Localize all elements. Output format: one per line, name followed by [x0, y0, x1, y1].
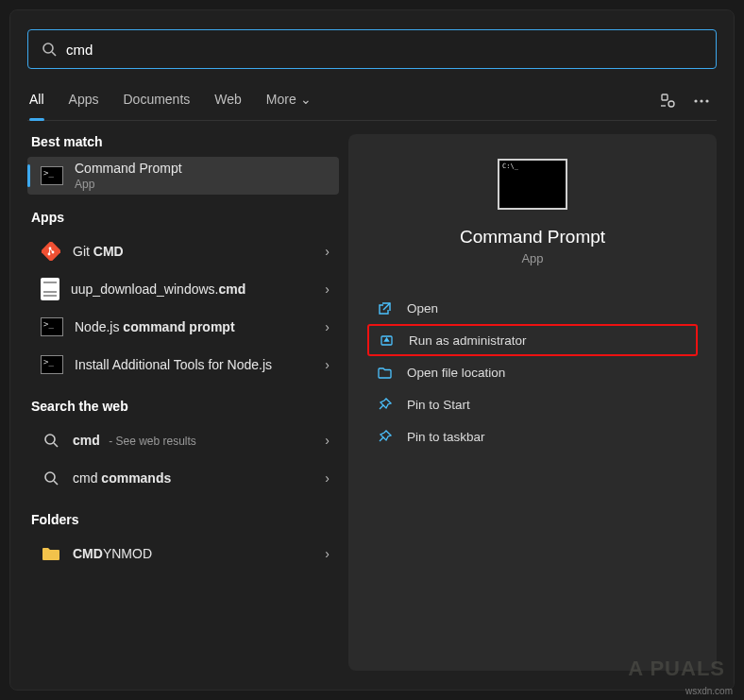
svg-rect-2 — [662, 94, 668, 100]
action-label: Open file location — [407, 366, 505, 380]
tab-apps[interactable]: Apps — [69, 88, 99, 114]
result-label: cmd - See web results — [73, 433, 196, 448]
results-pane: Best match Command Prompt App Apps Git C… — [27, 134, 348, 671]
app-type: App — [521, 251, 543, 265]
result-git-cmd[interactable]: Git CMD › — [27, 232, 339, 270]
result-label: Node.js command prompt — [75, 319, 235, 334]
action-pin-to-start[interactable]: Pin to Start — [367, 388, 698, 420]
chevron-right-icon: › — [325, 319, 330, 334]
svg-point-3 — [668, 101, 674, 107]
pin-icon — [375, 427, 394, 446]
result-nodejs-cmd[interactable]: Node.js command prompt › — [27, 308, 339, 346]
svg-line-17 — [54, 481, 58, 485]
folder-icon — [41, 543, 61, 564]
git-icon — [41, 241, 61, 262]
details-pane: Command Prompt App Open Run as administr… — [348, 134, 717, 671]
chevron-right-icon: › — [325, 546, 330, 561]
heading-folders: Folders — [31, 512, 335, 527]
tab-all[interactable]: All — [29, 88, 44, 114]
cmd-icon — [41, 317, 63, 336]
result-label: cmd commands — [73, 470, 171, 486]
svg-line-15 — [54, 443, 58, 447]
result-uup-download[interactable]: uup_download_windows.cmd › — [27, 270, 339, 308]
result-label: uup_download_windows.cmd — [71, 282, 245, 297]
action-run-as-administrator[interactable]: Run as administrator — [367, 324, 698, 356]
action-open-file-location[interactable]: Open file location — [367, 356, 698, 388]
action-label: Pin to Start — [407, 398, 470, 412]
heading-web: Search the web — [31, 399, 335, 414]
action-open[interactable]: Open — [367, 292, 698, 324]
result-label: Install Additional Tools for Node.js — [75, 357, 272, 372]
result-subtitle: App — [75, 178, 182, 191]
more-options-icon[interactable] — [688, 88, 715, 114]
action-pin-to-taskbar[interactable]: Pin to taskbar — [367, 420, 698, 452]
search-box[interactable] — [27, 29, 717, 69]
tab-more[interactable]: More ⌄ — [266, 88, 312, 114]
svg-point-7 — [705, 99, 708, 102]
search-icon — [42, 42, 57, 57]
search-icon — [41, 468, 61, 488]
action-label: Pin to taskbar — [407, 430, 485, 444]
search-input[interactable] — [66, 42, 702, 58]
result-command-prompt[interactable]: Command Prompt App — [27, 157, 339, 195]
tab-web[interactable]: Web — [214, 88, 242, 114]
tab-bar: All Apps Documents Web More ⌄ — [27, 88, 717, 121]
cmd-icon — [41, 355, 63, 374]
chevron-right-icon: › — [325, 282, 330, 297]
pin-icon — [375, 395, 394, 414]
svg-point-16 — [45, 472, 55, 482]
result-folder-cmdynmod[interactable]: CMDYNMOD › — [27, 535, 339, 572]
chevron-right-icon: › — [325, 433, 330, 448]
chevron-down-icon: ⌄ — [300, 92, 312, 107]
result-label: Git CMD — [73, 244, 124, 259]
heading-apps: Apps — [31, 210, 335, 225]
result-nodejs-tools[interactable]: Install Additional Tools for Node.js › — [27, 346, 339, 384]
heading-best-match: Best match — [31, 134, 335, 149]
watermark-url: wsxdn.com — [685, 686, 733, 696]
watermark: A PUALS — [628, 657, 725, 681]
result-web-cmd[interactable]: cmd - See web results › — [27, 421, 339, 459]
svg-line-1 — [52, 52, 56, 56]
folder-open-icon — [375, 363, 394, 382]
tab-documents[interactable]: Documents — [123, 88, 190, 114]
chevron-right-icon: › — [325, 357, 330, 372]
shield-icon — [377, 331, 396, 350]
svg-rect-8 — [42, 242, 60, 261]
svg-point-6 — [700, 99, 702, 102]
chevron-right-icon: › — [325, 470, 330, 486]
search-icon — [41, 430, 61, 451]
svg-point-5 — [694, 99, 697, 102]
action-label: Run as administrator — [409, 333, 527, 348]
app-name: Command Prompt — [460, 227, 605, 248]
action-label: Open — [407, 301, 438, 316]
chevron-right-icon: › — [325, 244, 330, 259]
result-web-cmd-commands[interactable]: cmd commands › — [27, 459, 339, 497]
result-title: Command Prompt — [75, 161, 182, 176]
file-icon — [41, 278, 59, 300]
result-label: CMDYNMOD — [73, 546, 152, 561]
cmd-icon — [41, 166, 63, 185]
svg-point-0 — [43, 43, 53, 53]
search-scope-icon[interactable] — [654, 88, 681, 114]
svg-point-14 — [45, 435, 55, 444]
start-search-window: All Apps Documents Web More ⌄ Best match… — [9, 9, 735, 691]
app-icon — [498, 159, 567, 210]
open-icon — [375, 299, 394, 317]
